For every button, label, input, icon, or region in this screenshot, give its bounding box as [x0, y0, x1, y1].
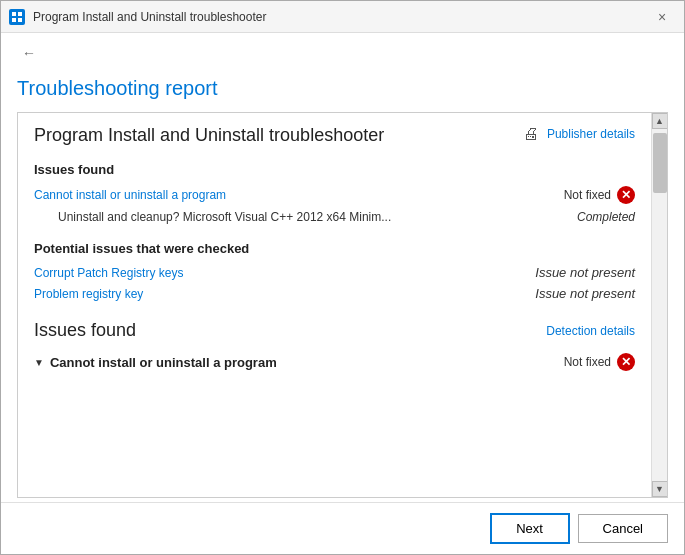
- report-header-title: Program Install and Uninstall troublesho…: [34, 125, 384, 146]
- bottom-bar: Next Cancel: [1, 502, 684, 554]
- error-icon-1: ✕: [617, 186, 635, 204]
- cancel-button[interactable]: Cancel: [578, 514, 668, 543]
- sub-issue-text: Uninstall and cleanup? Microsoft Visual …: [58, 210, 391, 224]
- main-window: Program Install and Uninstall troublesho…: [0, 0, 685, 555]
- page-title: Troubleshooting report: [1, 73, 684, 112]
- error-icon-2: ✕: [617, 353, 635, 371]
- issue-row: Cannot install or uninstall a program No…: [34, 183, 635, 207]
- report-scroll[interactable]: Program Install and Uninstall troublesho…: [18, 113, 651, 497]
- error-symbol: ✕: [621, 188, 631, 202]
- potential-issue-link-2[interactable]: Problem registry key: [34, 287, 143, 301]
- issues-found-label: Issues found: [34, 162, 635, 177]
- sub-issue-row: Uninstall and cleanup? Microsoft Visual …: [34, 207, 635, 227]
- expand-row: ▼ Cannot install or uninstall a program …: [34, 349, 635, 375]
- detection-link[interactable]: Detection details: [546, 324, 635, 338]
- app-icon: [9, 9, 25, 25]
- potential-status-2: Issue not present: [535, 286, 635, 301]
- svg-rect-3: [18, 18, 22, 22]
- potential-status-1: Issue not present: [535, 265, 635, 280]
- expand-status-text: Not fixed: [564, 355, 611, 369]
- title-bar: Program Install and Uninstall troublesho…: [1, 1, 684, 33]
- expand-issue-status: Not fixed ✕: [564, 353, 635, 371]
- svg-rect-1: [18, 12, 22, 16]
- report-container: Program Install and Uninstall troublesho…: [17, 112, 668, 498]
- sub-issue-status: Completed: [577, 210, 635, 224]
- scroll-down-button[interactable]: ▼: [652, 481, 668, 497]
- content-area: ← Troubleshooting report Program Install…: [1, 33, 684, 554]
- close-button[interactable]: ×: [648, 3, 676, 31]
- issue-status-1: Not fixed ✕: [564, 186, 635, 204]
- expand-left: ▼ Cannot install or uninstall a program: [34, 355, 277, 370]
- scrollbar[interactable]: ▲ ▼: [651, 113, 667, 497]
- next-button[interactable]: Next: [490, 513, 570, 544]
- potential-issue-link-1[interactable]: Corrupt Patch Registry keys: [34, 266, 183, 280]
- potential-issues-label: Potential issues that were checked: [34, 241, 635, 256]
- publisher-link[interactable]: Publisher details: [547, 127, 635, 141]
- potential-issue-row-2: Problem registry key Issue not present: [34, 283, 635, 304]
- nav-bar: ←: [1, 33, 684, 73]
- error-symbol-2: ✕: [621, 355, 631, 369]
- expand-arrow-icon: ▼: [34, 357, 44, 368]
- issues-found-title-2: Issues found: [34, 320, 136, 341]
- title-bar-left: Program Install and Uninstall troublesho…: [9, 9, 266, 25]
- report-inner: Program Install and Uninstall troublesho…: [18, 113, 651, 387]
- svg-rect-0: [12, 12, 16, 16]
- expand-issue-label: Cannot install or uninstall a program: [50, 355, 277, 370]
- window-title: Program Install and Uninstall troublesho…: [33, 10, 266, 24]
- scroll-thumb[interactable]: [653, 133, 667, 193]
- issue-link-1[interactable]: Cannot install or uninstall a program: [34, 188, 226, 202]
- potential-issue-row-1: Corrupt Patch Registry keys Issue not pr…: [34, 262, 635, 283]
- sub-status-text: Completed: [577, 210, 635, 224]
- svg-rect-2: [12, 18, 16, 22]
- print-icon[interactable]: 🖨: [523, 125, 539, 143]
- scroll-up-button[interactable]: ▲: [652, 113, 668, 129]
- status-text-1: Not fixed: [564, 188, 611, 202]
- issues-found-row-2: Issues found Detection details: [34, 320, 635, 341]
- back-button[interactable]: ←: [17, 41, 41, 65]
- report-header: Program Install and Uninstall troublesho…: [34, 125, 635, 146]
- report-header-right: 🖨 Publisher details: [523, 125, 635, 143]
- scroll-track: [652, 129, 667, 481]
